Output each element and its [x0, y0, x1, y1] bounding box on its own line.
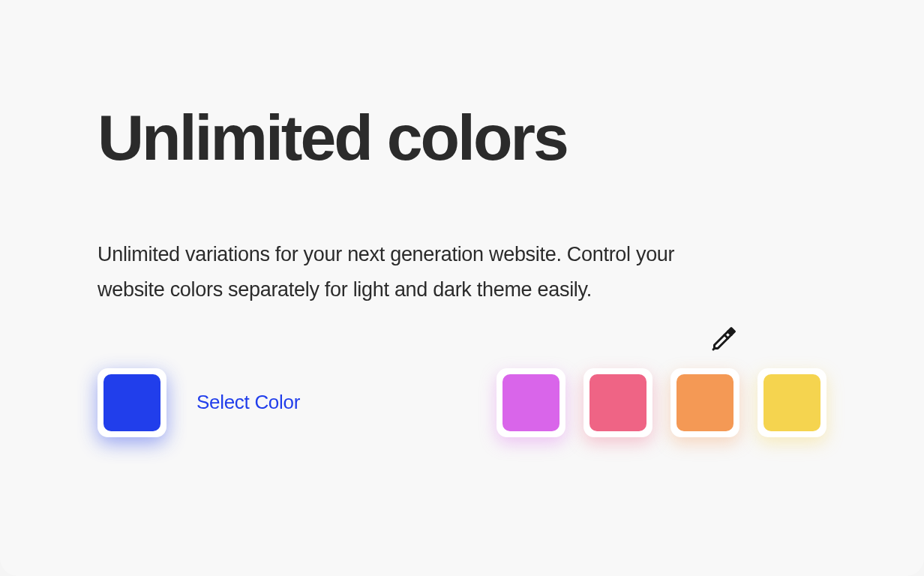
palette-fill	[502, 374, 560, 431]
selected-color-group: Select Color	[98, 368, 300, 437]
color-controls: Select Color	[98, 368, 826, 437]
palette-group	[496, 368, 826, 437]
palette-swatch-yellow[interactable]	[758, 368, 826, 437]
palette-fill	[676, 374, 734, 431]
section-description: Unlimited variations for your next gener…	[98, 237, 698, 308]
palette-swatch-orange[interactable]	[670, 368, 740, 437]
select-color-label[interactable]: Select Color	[196, 391, 300, 414]
color-section: Unlimited colors Unlimited variations fo…	[0, 0, 924, 576]
palette-swatch-pink[interactable]	[584, 368, 652, 437]
palette-fill	[764, 374, 820, 431]
selected-color-fill	[104, 374, 160, 431]
section-heading: Unlimited colors	[98, 105, 826, 170]
palette-fill	[590, 374, 646, 431]
eyedropper-icon[interactable]	[711, 325, 738, 352]
palette-swatch-magenta[interactable]	[496, 368, 566, 437]
selected-color-swatch[interactable]	[98, 368, 166, 437]
